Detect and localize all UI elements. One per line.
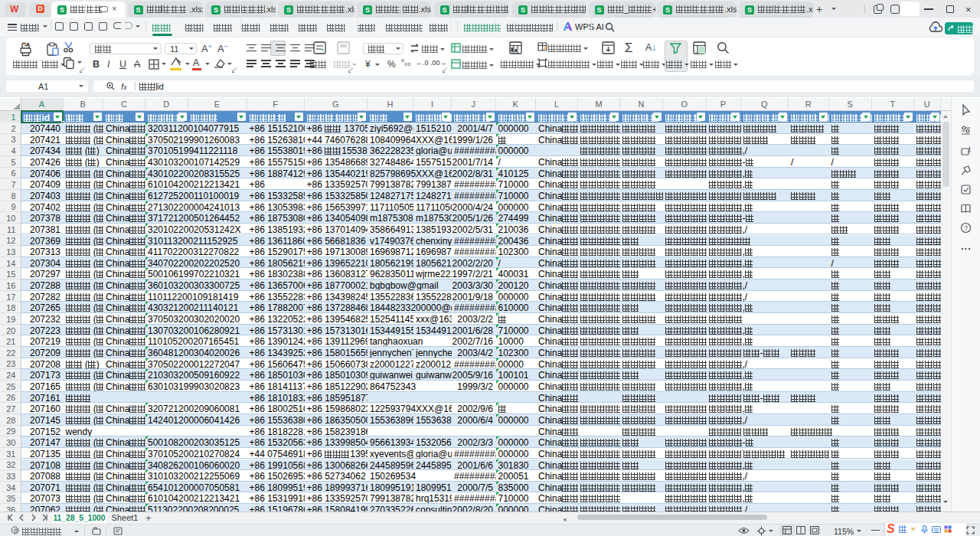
svg-text:?: ? bbox=[964, 224, 968, 232]
svg-text:@: @ bbox=[13, 528, 18, 533]
